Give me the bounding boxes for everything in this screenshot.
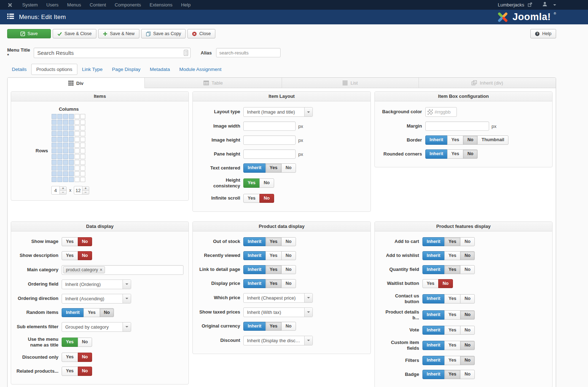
background-color-hex-field[interactable] bbox=[435, 109, 453, 115]
save-copy-button[interactable]: Save as Copy bbox=[141, 29, 186, 38]
infinite-scroll-yes-button[interactable]: Yes bbox=[243, 194, 260, 203]
tab-metadata[interactable]: Metadata bbox=[145, 64, 175, 75]
out-of-stock-yes-button[interactable]: Yes bbox=[266, 237, 282, 247]
background-color-input[interactable] bbox=[425, 107, 457, 117]
grid-cell[interactable] bbox=[63, 160, 68, 165]
grid-cell[interactable] bbox=[75, 160, 80, 165]
grid-cell[interactable] bbox=[63, 137, 68, 142]
grid-cell[interactable] bbox=[69, 143, 74, 148]
image-width-input[interactable] bbox=[243, 121, 296, 131]
grid-cell[interactable] bbox=[52, 160, 57, 165]
save-button[interactable]: Save bbox=[7, 29, 51, 38]
border-inherit-button[interactable]: Inherit bbox=[425, 135, 448, 145]
grid-cell[interactable] bbox=[52, 114, 57, 119]
add-to-wishlist-no-button[interactable]: No bbox=[460, 251, 475, 261]
tab-products-options[interactable]: Products options bbox=[31, 64, 77, 75]
grid-cell[interactable] bbox=[63, 131, 68, 136]
grid-cell[interactable] bbox=[80, 148, 85, 153]
grid-cell[interactable] bbox=[75, 137, 80, 142]
add-to-cart-inherit-button[interactable]: Inherit bbox=[422, 237, 445, 247]
grid-cell[interactable] bbox=[75, 131, 80, 136]
display-price-yes-button[interactable]: Yes bbox=[266, 279, 282, 288]
grid-cell[interactable] bbox=[57, 160, 62, 165]
menu-system[interactable]: System bbox=[18, 0, 42, 10]
columns-count-input[interactable] bbox=[51, 186, 60, 195]
image-height-input[interactable] bbox=[243, 135, 296, 145]
grid-cell[interactable] bbox=[69, 166, 74, 171]
grid-cell[interactable] bbox=[63, 154, 68, 159]
original-currency-no-button[interactable]: No bbox=[281, 322, 296, 331]
subtab-list[interactable]: List bbox=[282, 78, 419, 88]
grid-cell[interactable] bbox=[80, 171, 85, 176]
chevron-down-icon[interactable] bbox=[304, 308, 312, 317]
badge-yes-button[interactable]: Yes bbox=[444, 370, 461, 379]
link-to-detail-page-inherit-button[interactable]: Inherit bbox=[243, 265, 266, 274]
recently-viewed-inherit-button[interactable]: Inherit bbox=[243, 251, 266, 261]
grid-cell[interactable] bbox=[63, 177, 68, 182]
columns-decrement-button[interactable]: − bbox=[59, 190, 67, 195]
grid-cell[interactable] bbox=[63, 143, 68, 148]
grid-cell[interactable] bbox=[52, 120, 57, 125]
help-button[interactable]: ? Help bbox=[530, 29, 556, 38]
quantity-field-yes-button[interactable]: Yes bbox=[444, 265, 461, 274]
grid-cell[interactable] bbox=[52, 137, 57, 142]
use-menu-name-as-title-yes-button[interactable]: Yes bbox=[62, 338, 78, 347]
grid-cell[interactable] bbox=[75, 114, 80, 119]
show-taxed-prices-select[interactable]: Inherit (With tax) bbox=[243, 307, 313, 317]
chevron-down-icon[interactable] bbox=[304, 293, 312, 302]
rounded-corners-inherit-button[interactable]: Inherit bbox=[425, 149, 448, 159]
out-of-stock-inherit-button[interactable]: Inherit bbox=[243, 237, 266, 247]
grid-cell[interactable] bbox=[75, 143, 80, 148]
border-no-button[interactable]: No bbox=[463, 135, 478, 145]
chevron-down-icon[interactable] bbox=[304, 336, 312, 345]
rows-decrement-button[interactable]: − bbox=[82, 190, 89, 195]
waitlist-button-no-button[interactable]: No bbox=[438, 279, 453, 288]
tab-page-display[interactable]: Page Display bbox=[107, 64, 145, 75]
discounted-only-yes-button[interactable]: Yes bbox=[62, 353, 78, 362]
grid-cell[interactable] bbox=[80, 177, 85, 182]
layout-type-select[interactable]: Inherit (Image and title) bbox=[243, 107, 313, 117]
user-menu-caret-icon[interactable] bbox=[553, 4, 556, 6]
text-centered-inherit-button[interactable]: Inherit bbox=[243, 163, 266, 173]
user-icon[interactable] bbox=[542, 1, 548, 8]
display-price-inherit-button[interactable]: Inherit bbox=[243, 279, 266, 288]
which-price-select[interactable]: Inherit (Cheapest price) bbox=[243, 293, 313, 303]
subtab-table[interactable]: Table bbox=[144, 78, 282, 88]
waitlist-button-yes-button[interactable]: Yes bbox=[422, 279, 439, 288]
recently-viewed-yes-button[interactable]: Yes bbox=[266, 251, 282, 261]
show-description-no-button[interactable]: No bbox=[78, 251, 92, 261]
tab-link-type[interactable]: Link Type bbox=[77, 64, 107, 75]
add-to-cart-no-button[interactable]: No bbox=[460, 237, 475, 247]
grid-cell[interactable] bbox=[69, 137, 74, 142]
grid-cell[interactable] bbox=[57, 131, 62, 136]
grid-cell[interactable] bbox=[63, 171, 68, 176]
vote-yes-button[interactable]: Yes bbox=[444, 326, 461, 335]
infinite-scroll-no-button[interactable]: No bbox=[259, 194, 274, 203]
modal-edit-icon[interactable] bbox=[184, 50, 188, 56]
add-to-wishlist-inherit-button[interactable]: Inherit bbox=[422, 251, 445, 261]
related-products-no-button[interactable]: No bbox=[78, 367, 92, 376]
show-image-yes-button[interactable]: Yes bbox=[62, 237, 78, 247]
link-to-detail-page-yes-button[interactable]: Yes bbox=[266, 265, 282, 274]
use-menu-name-as-title-no-button[interactable]: No bbox=[78, 338, 92, 347]
grid-cell[interactable] bbox=[63, 120, 68, 125]
grid-cell[interactable] bbox=[75, 166, 80, 171]
grid-cell[interactable] bbox=[69, 120, 74, 125]
grid-cell[interactable] bbox=[57, 148, 62, 153]
grid-cell[interactable] bbox=[57, 166, 62, 171]
grid-cell[interactable] bbox=[57, 125, 62, 130]
random-items-no-button[interactable]: No bbox=[100, 308, 114, 317]
link-to-detail-page-no-button[interactable]: No bbox=[281, 265, 296, 274]
quantity-field-inherit-button[interactable]: Inherit bbox=[422, 265, 445, 274]
discounted-only-no-button[interactable]: No bbox=[78, 353, 92, 362]
grid-cell[interactable] bbox=[80, 143, 85, 148]
product-details-button-inherit-button[interactable]: Inherit bbox=[422, 310, 445, 320]
original-currency-yes-button[interactable]: Yes bbox=[266, 322, 282, 331]
chevron-down-icon[interactable] bbox=[123, 280, 131, 289]
show-image-no-button[interactable]: No bbox=[78, 237, 92, 247]
grid-cell[interactable] bbox=[69, 177, 74, 182]
contact-us-button-inherit-button[interactable]: Inherit bbox=[422, 294, 445, 304]
ordering-direction-select[interactable]: Inherit (Ascending) bbox=[62, 294, 131, 304]
external-link-icon[interactable] bbox=[528, 2, 532, 8]
product-details-button-yes-button[interactable]: Yes bbox=[444, 310, 461, 320]
